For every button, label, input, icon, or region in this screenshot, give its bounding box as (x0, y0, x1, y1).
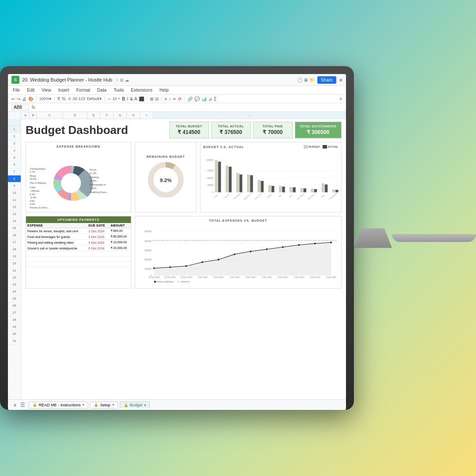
svg-rect-50 (300, 188, 303, 193)
svg-rect-42 (257, 180, 260, 192)
legend-budget: BUDGET (304, 145, 320, 149)
svg-rect-57 (335, 190, 338, 193)
svg-rect-54 (322, 183, 324, 192)
toolbar-italic[interactable]: I (127, 97, 128, 101)
svg-rect-55 (325, 185, 327, 193)
toolbar-borders[interactable]: ⊞ (150, 97, 153, 101)
bva-svg: 100000 75000 50000 25000 0 (203, 150, 338, 206)
menu-view[interactable]: View (40, 87, 52, 93)
toolbar-link[interactable]: 🔗 (187, 97, 193, 101)
toolbar-font-color[interactable]: A (134, 97, 138, 101)
svg-text:Officials: Officials (31, 190, 40, 192)
toolbar-redo[interactable]: ↪ (17, 97, 20, 101)
svg-marker-83 (154, 242, 331, 275)
title-bar: S 20. Wedding Budget Planner - Hustle Hu… (8, 74, 346, 86)
svg-text:Gifts: Gifts (278, 194, 282, 198)
tab-list-button[interactable]: ☰ (20, 402, 25, 408)
tab-budget-dropdown[interactable]: ▾ (144, 403, 146, 407)
tab-readme-label: READ ME - Instructions (39, 403, 81, 407)
toolbar-percent[interactable]: % (62, 97, 66, 101)
svg-text:25000: 25000 (207, 184, 213, 186)
menu-tools[interactable]: Tools (112, 87, 125, 93)
card-total-outstanding-value: ₹ 306500 (300, 129, 337, 135)
svg-text:Hair & Makeup: Hair & Makeup (30, 182, 46, 184)
tab-setup[interactable]: 🔒 Setup ▾ (90, 402, 118, 409)
card-total-paid-value: ₹ 70000 (258, 129, 288, 135)
toolbar-functions[interactable]: Σ (214, 97, 216, 101)
amount-1: ₹ 800.00 (109, 228, 131, 234)
main-content: A B C D E F G H I … Budget Dashboard (21, 112, 346, 399)
bottom-row: UPCOMING PAYMENTS EXPENSE DUE DATE AMOUN… (26, 216, 342, 289)
svg-text:Cake: Cake (289, 194, 293, 198)
toolbar-paint[interactable]: 🎨 (28, 97, 33, 101)
expense-1: Flowers for venue, bouqets, and cere (26, 228, 87, 234)
toolbar-undo[interactable]: ↩ (11, 97, 15, 101)
toolbar-wrap[interactable]: ↵ (173, 97, 176, 101)
menu-file[interactable]: File (11, 87, 21, 93)
dashboard-content: Budget Dashboard TOTAL BUDGET ₹ 414500 T… (21, 119, 346, 399)
legend-actual-label: ACTUAL (328, 145, 338, 148)
svg-text:200000: 200000 (145, 259, 152, 261)
card-total-paid-label: TOTAL PAID (258, 125, 288, 128)
menu-extensions[interactable]: Extensions (130, 87, 154, 93)
toolbar-zoom[interactable]: 100%▾ (39, 97, 52, 101)
budget-vs-actual-title: BUDGET V.S. ACTUAL (203, 145, 244, 149)
svg-text:Photography: Photography (233, 193, 241, 200)
toolbar-align[interactable]: ≡ (164, 97, 167, 101)
toolbar-print[interactable]: 🖨 (22, 97, 26, 101)
cell-reference[interactable] (11, 104, 29, 111)
menu-help[interactable]: Help (158, 87, 170, 93)
svg-text:20 Nov 2024: 20 Nov 2024 (164, 276, 176, 279)
svg-text:TOTAL EXPENSES: TOTAL EXPENSES (157, 281, 174, 283)
tab-readme-dropdown[interactable]: ▾ (82, 403, 84, 407)
svg-rect-47 (282, 186, 285, 192)
upcoming-row-2: Food and beverages for guests 3 Dec 2024… (26, 234, 131, 240)
tab-setup-dropdown[interactable]: ▾ (112, 403, 114, 407)
summary-cards: TOTAL BUDGET ₹ 414500 TOTAL ACTUAL ₹ 376… (169, 122, 342, 138)
toolbar-merge[interactable]: ⊟ (155, 97, 159, 101)
toolbar-comment[interactable]: 💬 (194, 97, 200, 101)
toolbar-bold[interactable]: B (122, 97, 125, 101)
card-total-paid: TOTAL PAID ₹ 70000 (253, 122, 293, 138)
menu-format[interactable]: Format (75, 87, 92, 93)
menu-edit[interactable]: Edit (26, 87, 36, 93)
menu-data[interactable]: Data (96, 87, 108, 93)
menu-insert[interactable]: Insert (57, 87, 71, 93)
svg-text:Miscellaneo...: Miscellaneo... (308, 193, 316, 200)
svg-text:Flowers & Deco...: Flowers & Deco... (30, 206, 49, 209)
share-button[interactable]: Share (317, 76, 336, 84)
amount-3: ₹ 10,000.00 (109, 240, 131, 245)
tab-readme[interactable]: 🔒 READ ME - Instructions ▾ (29, 402, 88, 409)
upcoming-row-1: Flowers for venue, bouqets, and cere 1 D… (26, 228, 131, 234)
svg-text:Catering: Catering (89, 176, 99, 178)
doc-title: 20. Wedding Budget Planner - Hustle Hub (22, 77, 112, 82)
svg-text:2.7%: 2.7% (30, 171, 35, 173)
svg-text:0: 0 (150, 274, 152, 276)
formula-input[interactable] (38, 105, 342, 110)
svg-text:Photography &: Photography & (89, 183, 106, 186)
toolbar-valign[interactable]: ↕ (169, 97, 171, 101)
svg-text:3.3%: 3.3% (30, 193, 35, 196)
tab-add-button[interactable]: + (11, 402, 19, 409)
toolbar-rotate[interactable]: ⟳ (178, 97, 182, 101)
expense-2: Food and beverages for guests (26, 234, 87, 240)
card-total-outstanding-label: TOTAL OUTSTANDING (300, 125, 337, 128)
tab-setup-label: Setup (100, 403, 111, 407)
svg-rect-48 (290, 187, 292, 192)
tab-budget[interactable]: 🔒 Budget ▾ (120, 402, 150, 408)
bva-legend: BUDGET ACTUAL (304, 145, 338, 149)
toolbar-strikethrough[interactable]: S̶ (130, 97, 133, 101)
date-1: 1 Dec 2024 (87, 228, 109, 234)
svg-rect-52 (311, 189, 313, 192)
remaining-donut-area: 9.2% (146, 160, 186, 200)
monitor: S 20. Wedding Budget Planner - Hustle Hu… (0, 66, 354, 410)
svg-rect-51 (303, 188, 306, 192)
card-total-outstanding: TOTAL OUTSTANDING ₹ 306500 (295, 122, 342, 138)
svg-rect-53 (314, 189, 317, 192)
toolbar-filter[interactable]: ⊿ (208, 97, 212, 101)
toolbar-currency[interactable]: ₹ (57, 97, 60, 101)
toolbar-chart[interactable]: 📊 (201, 97, 207, 101)
svg-text:Hair & Makeu...: Hair & Makeu... (297, 192, 306, 201)
card-total-budget: TOTAL BUDGET ₹ 414500 (169, 122, 209, 138)
toolbar-fill-color[interactable]: ⬛ (139, 97, 144, 101)
